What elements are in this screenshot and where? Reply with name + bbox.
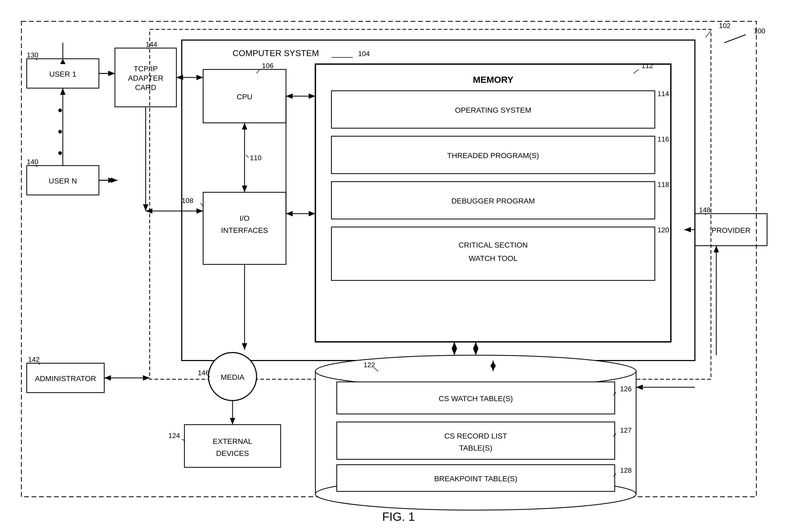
ref-148: 148: [699, 206, 710, 214]
csrl-label1: CS RECORD LIST: [444, 432, 507, 440]
fig-label: FIG. 1: [382, 510, 415, 523]
ref-124: 124: [168, 432, 180, 440]
ref-122: 122: [364, 361, 375, 369]
computer-system-label: COMPUTER SYSTEM: [233, 48, 319, 58]
ref-120: 120: [657, 226, 669, 234]
ref-104: 104: [358, 50, 370, 58]
ref-127: 127: [620, 426, 632, 434]
csrl-label2: TABLE(S): [459, 444, 492, 452]
dots3: •: [58, 146, 62, 160]
media-label: MEDIA: [221, 373, 244, 381]
ref-146: 146: [198, 369, 209, 377]
ref-112: 112: [642, 62, 653, 70]
bp-table-label: BREAKPOINT TABLE(S): [434, 475, 517, 483]
svg-rect-73: [337, 422, 615, 459]
memory-label: MEMORY: [473, 75, 514, 85]
dots: •: [58, 103, 62, 118]
ref-114: 114: [657, 90, 669, 98]
ref-110: 110: [250, 154, 261, 162]
ref-106: 106: [262, 62, 274, 70]
io-label2: INTERFACES: [221, 226, 268, 234]
ref-126: 126: [620, 385, 632, 393]
io-label1: I/O: [240, 214, 249, 223]
user1-label: USER 1: [49, 70, 76, 78]
tcpip-label3: CARD: [135, 83, 156, 92]
ref-130: 130: [27, 51, 38, 59]
ref-100: 100: [754, 27, 765, 35]
ref-118: 118: [657, 180, 669, 189]
os-label: OPERATING SYSTEM: [455, 106, 531, 114]
ref-144: 144: [146, 40, 157, 48]
extdev-label1: EXTERNAL: [213, 437, 252, 445]
usern-label: USER N: [49, 177, 77, 185]
debugger-label: DEBUGGER PROGRAM: [451, 197, 535, 205]
ref-128: 128: [620, 466, 632, 474]
cswt-table-label: CS WATCH TABLE(S): [439, 395, 513, 403]
diagram: 100 102 COMPUTER SYSTEM 104 CPU 106 I/O …: [0, 0, 797, 532]
cswt-label2: WATCH TOOL: [469, 254, 518, 263]
ref-140: 140: [27, 158, 38, 166]
tcpip-label1: TCP/IP: [134, 64, 158, 73]
ref-116: 116: [657, 135, 669, 143]
admin-label: ADMINISTRATOR: [35, 375, 96, 383]
tcpip-label2: ADAPTER: [128, 74, 163, 82]
threaded-label: THREADED PROGRAM(S): [447, 151, 539, 160]
ref-142: 142: [28, 356, 40, 363]
cswt-label1: CRITICAL SECTION: [459, 241, 528, 249]
extdev-label2: DEVICES: [216, 449, 249, 457]
provider-label: PROVIDER: [711, 226, 750, 234]
dots2: •: [58, 124, 62, 139]
ref-108: 108: [182, 196, 193, 205]
cpu-label: CPU: [237, 93, 252, 101]
ref-102: 102: [719, 22, 730, 30]
